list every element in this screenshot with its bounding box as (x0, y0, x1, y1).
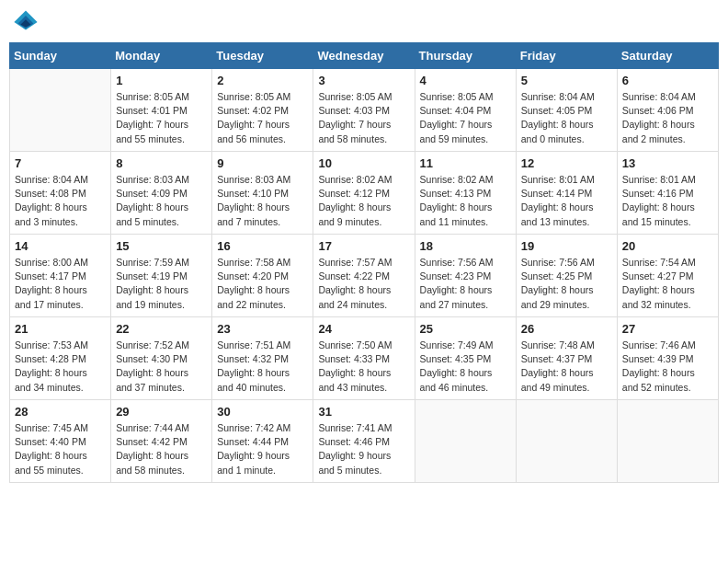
day-info: Sunrise: 7:54 AMSunset: 4:27 PMDaylight:… (622, 256, 713, 312)
calendar-week-row: 21Sunrise: 7:53 AMSunset: 4:28 PMDayligh… (10, 317, 719, 400)
calendar-cell: 12Sunrise: 8:01 AMSunset: 4:14 PMDayligh… (516, 152, 617, 235)
day-number: 18 (420, 239, 511, 253)
day-info: Sunrise: 7:59 AMSunset: 4:19 PMDaylight:… (116, 256, 207, 312)
calendar-cell: 13Sunrise: 8:01 AMSunset: 4:16 PMDayligh… (617, 152, 718, 235)
calendar-cell: 20Sunrise: 7:54 AMSunset: 4:27 PMDayligh… (617, 235, 718, 317)
calendar-week-row: 28Sunrise: 7:45 AMSunset: 4:40 PMDayligh… (10, 400, 719, 483)
calendar-cell: 22Sunrise: 7:52 AMSunset: 4:30 PMDayligh… (111, 317, 212, 400)
calendar-cell: 31Sunrise: 7:41 AMSunset: 4:46 PMDayligh… (313, 400, 415, 483)
day-number: 23 (217, 322, 308, 336)
calendar-cell: 28Sunrise: 7:45 AMSunset: 4:40 PMDayligh… (10, 400, 111, 483)
calendar-week-row: 1Sunrise: 8:05 AMSunset: 4:01 PMDaylight… (10, 69, 719, 152)
day-number: 5 (521, 74, 612, 87)
calendar-cell: 26Sunrise: 7:48 AMSunset: 4:37 PMDayligh… (516, 317, 617, 400)
day-info: Sunrise: 7:56 AMSunset: 4:23 PMDaylight:… (420, 256, 511, 312)
calendar-cell: 17Sunrise: 7:57 AMSunset: 4:22 PMDayligh… (313, 235, 415, 317)
day-info: Sunrise: 7:53 AMSunset: 4:28 PMDaylight:… (15, 339, 106, 395)
day-info: Sunrise: 8:04 AMSunset: 4:08 PMDaylight:… (15, 173, 106, 229)
calendar-cell: 11Sunrise: 8:02 AMSunset: 4:13 PMDayligh… (415, 152, 516, 235)
logo-icon (13, 9, 39, 35)
day-info: Sunrise: 8:04 AMSunset: 4:06 PMDaylight:… (622, 90, 713, 146)
calendar-cell: 19Sunrise: 7:56 AMSunset: 4:25 PMDayligh… (516, 235, 617, 317)
day-number: 16 (217, 239, 308, 253)
day-number: 30 (217, 405, 308, 419)
day-number: 11 (420, 156, 511, 170)
calendar-cell: 14Sunrise: 8:00 AMSunset: 4:17 PMDayligh… (10, 235, 111, 317)
calendar-cell: 10Sunrise: 8:02 AMSunset: 4:12 PMDayligh… (313, 152, 415, 235)
day-info: Sunrise: 8:00 AMSunset: 4:17 PMDaylight:… (15, 256, 106, 312)
day-number: 29 (116, 405, 207, 419)
calendar-cell (617, 400, 718, 483)
day-info: Sunrise: 7:45 AMSunset: 4:40 PMDaylight:… (15, 421, 106, 477)
calendar-week-row: 14Sunrise: 8:00 AMSunset: 4:17 PMDayligh… (10, 235, 719, 317)
calendar-cell: 3Sunrise: 8:05 AMSunset: 4:03 PMDaylight… (313, 69, 415, 152)
day-number: 6 (622, 74, 713, 87)
calendar-cell: 8Sunrise: 8:03 AMSunset: 4:09 PMDaylight… (111, 152, 212, 235)
day-info: Sunrise: 7:48 AMSunset: 4:37 PMDaylight:… (521, 339, 612, 395)
page-header (9, 9, 719, 35)
calendar-cell: 7Sunrise: 8:04 AMSunset: 4:08 PMDaylight… (10, 152, 111, 235)
calendar-cell: 18Sunrise: 7:56 AMSunset: 4:23 PMDayligh… (415, 235, 516, 317)
day-info: Sunrise: 8:02 AMSunset: 4:12 PMDaylight:… (318, 173, 409, 229)
day-number: 27 (622, 322, 713, 336)
day-number: 1 (116, 74, 207, 87)
day-number: 13 (622, 156, 713, 170)
calendar-cell: 16Sunrise: 7:58 AMSunset: 4:20 PMDayligh… (212, 235, 313, 317)
calendar-cell: 15Sunrise: 7:59 AMSunset: 4:19 PMDayligh… (111, 235, 212, 317)
day-header-thursday: Thursday (415, 43, 516, 69)
day-number: 22 (116, 322, 207, 336)
day-number: 21 (15, 322, 106, 336)
day-number: 4 (420, 74, 511, 87)
calendar-cell: 2Sunrise: 8:05 AMSunset: 4:02 PMDaylight… (212, 69, 313, 152)
day-number: 2 (217, 74, 308, 87)
day-header-monday: Monday (111, 43, 212, 69)
day-info: Sunrise: 8:05 AMSunset: 4:04 PMDaylight:… (420, 90, 511, 146)
day-header-saturday: Saturday (617, 43, 718, 69)
day-info: Sunrise: 7:49 AMSunset: 4:35 PMDaylight:… (420, 339, 511, 395)
calendar-cell: 23Sunrise: 7:51 AMSunset: 4:32 PMDayligh… (212, 317, 313, 400)
day-number: 3 (318, 74, 409, 87)
day-info: Sunrise: 7:52 AMSunset: 4:30 PMDaylight:… (116, 339, 207, 395)
day-number: 28 (15, 405, 106, 419)
day-header-sunday: Sunday (10, 43, 111, 69)
day-info: Sunrise: 7:41 AMSunset: 4:46 PMDaylight:… (318, 421, 409, 477)
day-info: Sunrise: 8:01 AMSunset: 4:14 PMDaylight:… (521, 173, 612, 229)
day-info: Sunrise: 7:56 AMSunset: 4:25 PMDaylight:… (521, 256, 612, 312)
day-number: 12 (521, 156, 612, 170)
calendar-cell: 27Sunrise: 7:46 AMSunset: 4:39 PMDayligh… (617, 317, 718, 400)
day-info: Sunrise: 7:42 AMSunset: 4:44 PMDaylight:… (217, 421, 308, 477)
calendar-cell: 30Sunrise: 7:42 AMSunset: 4:44 PMDayligh… (212, 400, 313, 483)
calendar-cell: 1Sunrise: 8:05 AMSunset: 4:01 PMDaylight… (111, 69, 212, 152)
day-info: Sunrise: 7:44 AMSunset: 4:42 PMDaylight:… (116, 421, 207, 477)
calendar-cell: 4Sunrise: 8:05 AMSunset: 4:04 PMDaylight… (415, 69, 516, 152)
day-number: 14 (15, 239, 106, 253)
day-number: 10 (318, 156, 409, 170)
calendar-cell: 5Sunrise: 8:04 AMSunset: 4:05 PMDaylight… (516, 69, 617, 152)
day-number: 17 (318, 239, 409, 253)
day-number: 24 (318, 322, 409, 336)
logo (13, 9, 42, 35)
calendar-cell (10, 69, 111, 152)
day-info: Sunrise: 7:50 AMSunset: 4:33 PMDaylight:… (318, 339, 409, 395)
day-number: 15 (116, 239, 207, 253)
day-info: Sunrise: 7:57 AMSunset: 4:22 PMDaylight:… (318, 256, 409, 312)
day-number: 19 (521, 239, 612, 253)
day-header-tuesday: Tuesday (212, 43, 313, 69)
calendar-cell: 24Sunrise: 7:50 AMSunset: 4:33 PMDayligh… (313, 317, 415, 400)
day-info: Sunrise: 7:51 AMSunset: 4:32 PMDaylight:… (217, 339, 308, 395)
day-number: 7 (15, 156, 106, 170)
calendar-cell: 6Sunrise: 8:04 AMSunset: 4:06 PMDaylight… (617, 69, 718, 152)
day-info: Sunrise: 8:02 AMSunset: 4:13 PMDaylight:… (420, 173, 511, 229)
day-info: Sunrise: 7:46 AMSunset: 4:39 PMDaylight:… (622, 339, 713, 395)
calendar-cell: 9Sunrise: 8:03 AMSunset: 4:10 PMDaylight… (212, 152, 313, 235)
day-header-friday: Friday (516, 43, 617, 69)
day-info: Sunrise: 8:05 AMSunset: 4:02 PMDaylight:… (217, 90, 308, 146)
day-number: 20 (622, 239, 713, 253)
calendar-week-row: 7Sunrise: 8:04 AMSunset: 4:08 PMDaylight… (10, 152, 719, 235)
calendar-cell (415, 400, 516, 483)
day-info: Sunrise: 8:01 AMSunset: 4:16 PMDaylight:… (622, 173, 713, 229)
day-info: Sunrise: 8:03 AMSunset: 4:10 PMDaylight:… (217, 173, 308, 229)
calendar-cell: 21Sunrise: 7:53 AMSunset: 4:28 PMDayligh… (10, 317, 111, 400)
calendar-cell: 25Sunrise: 7:49 AMSunset: 4:35 PMDayligh… (415, 317, 516, 400)
day-number: 25 (420, 322, 511, 336)
